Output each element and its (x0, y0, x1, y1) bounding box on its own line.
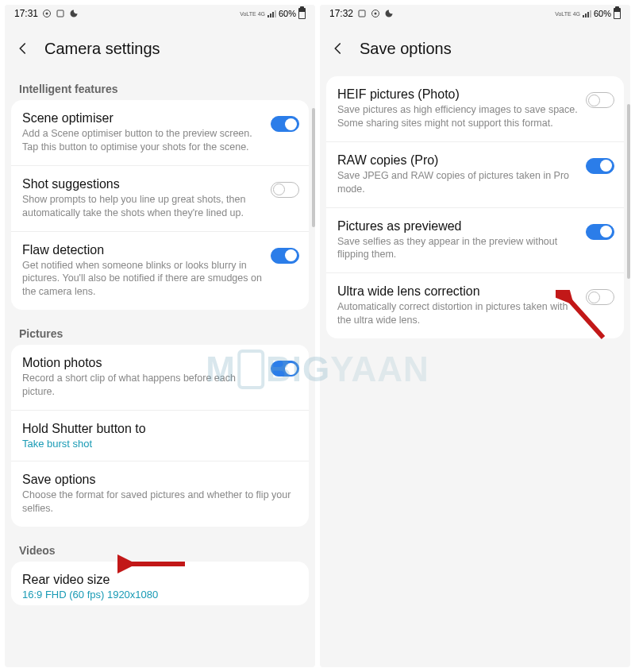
row-raw-copies[interactable]: RAW copies (Pro) Save JPEG and RAW copie… (326, 142, 624, 208)
toggle-motion-photos[interactable] (271, 361, 299, 377)
row-value: Take burst shot (22, 438, 299, 450)
row-save-options[interactable]: Save options Choose the format for saved… (11, 462, 309, 527)
row-desc: Add a Scene optimiser button to the prev… (22, 127, 263, 154)
row-desc: Record a short clip of what happens befo… (22, 372, 263, 399)
battery-icon (298, 8, 306, 19)
section-label: Pictures (5, 321, 315, 345)
svg-rect-2 (57, 10, 64, 17)
back-button[interactable] (10, 35, 37, 62)
scrollbar[interactable] (627, 104, 630, 279)
row-desc: Automatically correct distortion in pict… (337, 300, 578, 327)
camera-icon (371, 9, 380, 18)
row-shot-suggestions[interactable]: Shot suggestions Show prompts to help yo… (11, 166, 309, 232)
row-value: 16:9 FHD (60 fps) 1920x1080 (22, 589, 299, 601)
screen-camera-settings: 17:31 VoLTE 4G 60% Camera settings Intel… (5, 5, 315, 667)
row-desc: Show prompts to help you line up great s… (22, 193, 263, 220)
row-title: Motion photos (22, 356, 263, 370)
header: Save options (320, 21, 630, 76)
row-title: Pictures as previewed (337, 219, 578, 234)
chevron-left-icon (16, 41, 30, 56)
settings-card-pictures: Motion photos Record a short clip of wha… (11, 345, 309, 527)
row-title: Scene optimiser (22, 111, 263, 126)
back-button[interactable] (325, 35, 352, 62)
camera-icon (42, 9, 52, 18)
header: Camera settings (5, 21, 315, 76)
svg-point-5 (375, 13, 377, 15)
network-label: VoLTE 4G (240, 11, 265, 17)
settings-card-videos: Rear video size 16:9 FHD (60 fps) 1920x1… (11, 562, 309, 605)
signal-icon (267, 10, 276, 17)
row-title: Shot suggestions (22, 177, 263, 191)
toggle-pictures-as-previewed[interactable] (586, 224, 614, 240)
row-title: RAW copies (Pro) (337, 153, 578, 168)
page-title: Save options (360, 40, 452, 58)
toggle-shot-suggestions[interactable] (271, 182, 299, 198)
row-desc: Choose the format for saved pictures and… (22, 489, 299, 516)
toggle-heif-pictures[interactable] (586, 92, 614, 108)
row-title: Rear video size (22, 573, 299, 587)
status-bar: 17:32 VoLTE 4G 60% (320, 5, 630, 21)
toggle-ultra-wide-correction[interactable] (586, 289, 614, 305)
row-pictures-as-previewed[interactable]: Pictures as previewed Save selfies as th… (326, 208, 624, 274)
network-label: VoLTE 4G (555, 11, 580, 17)
signal-icon (583, 10, 591, 17)
settings-card-save-options: HEIF pictures (Photo) Save pictures as h… (326, 76, 624, 338)
row-title: HEIF pictures (Photo) (337, 87, 578, 102)
row-desc: Get notified when someone blinks or look… (22, 259, 263, 299)
row-motion-photos[interactable]: Motion photos Record a short clip of wha… (11, 345, 309, 411)
row-title: Flaw detection (22, 243, 263, 257)
status-time: 17:32 (329, 8, 353, 19)
row-desc: Save pictures as high efficiency images … (337, 103, 578, 130)
battery-percent: 60% (594, 9, 611, 18)
page-title: Camera settings (44, 40, 160, 58)
row-rear-video-size[interactable]: Rear video size 16:9 FHD (60 fps) 1920x1… (11, 562, 309, 605)
svg-rect-3 (359, 10, 365, 17)
row-hold-shutter[interactable]: Hold Shutter button to Take burst shot (11, 411, 309, 462)
row-scene-optimiser[interactable]: Scene optimiser Add a Scene optimiser bu… (11, 100, 309, 166)
svg-point-1 (46, 13, 48, 15)
screenshot-icon (56, 9, 65, 18)
row-heif-pictures[interactable]: HEIF pictures (Photo) Save pictures as h… (326, 76, 624, 142)
toggle-scene-optimiser[interactable] (271, 116, 299, 132)
row-title: Save options (22, 473, 299, 487)
row-ultra-wide-correction[interactable]: Ultra wide lens correction Automatically… (326, 273, 624, 338)
row-title: Hold Shutter button to (22, 422, 299, 436)
section-label: Intelligent features (5, 76, 315, 100)
status-bar: 17:31 VoLTE 4G 60% (5, 5, 315, 21)
row-desc: Save selfies as they appear in the previ… (337, 235, 578, 262)
row-title: Ultra wide lens correction (337, 284, 578, 299)
screenshot-icon (357, 9, 367, 18)
settings-card-intelligent: Scene optimiser Add a Scene optimiser bu… (11, 100, 309, 310)
toggle-raw-copies[interactable] (586, 158, 614, 174)
battery-icon (614, 8, 621, 19)
row-flaw-detection[interactable]: Flaw detection Get notified when someone… (11, 232, 309, 311)
moon-icon (384, 9, 394, 18)
section-label: Videos (5, 538, 315, 562)
chevron-left-icon (331, 41, 345, 56)
status-time: 17:31 (14, 8, 38, 19)
screen-save-options: 17:32 VoLTE 4G 60% Save options HEIF pic… (320, 5, 630, 667)
row-desc: Save JPEG and RAW copies of pictures tak… (337, 169, 578, 196)
moon-icon (69, 9, 79, 18)
toggle-flaw-detection[interactable] (271, 248, 299, 264)
scrollbar[interactable] (312, 108, 315, 227)
battery-percent: 60% (279, 9, 296, 18)
